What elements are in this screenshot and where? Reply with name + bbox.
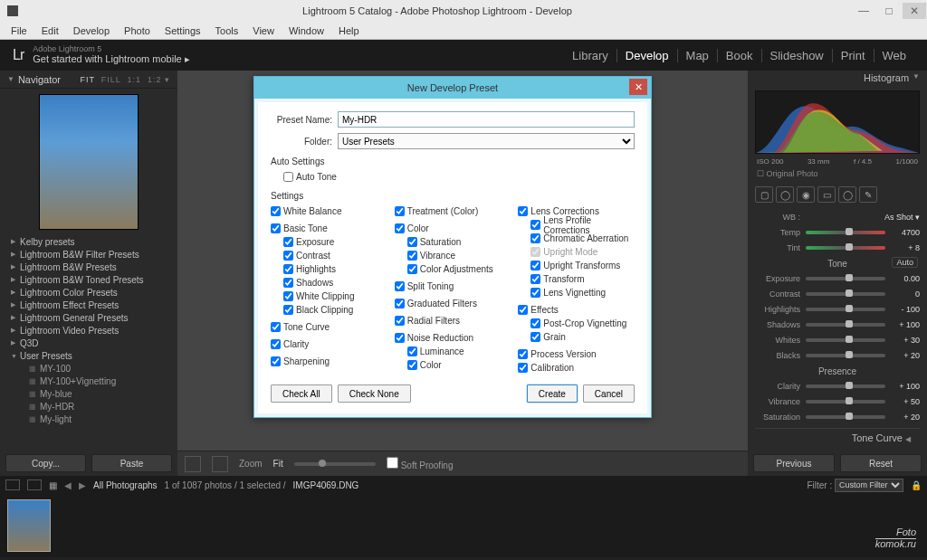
menu-file[interactable]: File bbox=[4, 25, 34, 36]
auto-tone-checkbox[interactable]: Auto Tone bbox=[271, 170, 635, 184]
setting-checkbox[interactable]: Lens Vignetting bbox=[518, 286, 635, 299]
setting-checkbox[interactable]: Process Version bbox=[518, 347, 635, 361]
menu-window[interactable]: Window bbox=[282, 25, 331, 36]
setting-checkbox[interactable]: Saturation bbox=[395, 235, 511, 249]
preset-folder[interactable]: Lightroom Video Presets bbox=[0, 324, 177, 337]
module-slideshow[interactable]: Slideshow bbox=[762, 49, 833, 62]
preset-folder[interactable]: Kelby presets bbox=[0, 235, 177, 248]
menu-photo[interactable]: Photo bbox=[117, 25, 158, 36]
radial-tool-icon[interactable]: ◯ bbox=[838, 186, 856, 203]
temp-slider[interactable] bbox=[806, 231, 885, 234]
setting-checkbox[interactable]: White Balance bbox=[271, 204, 387, 218]
copy-button[interactable]: Copy... bbox=[5, 454, 86, 472]
histogram-header[interactable]: Histogram ▼ bbox=[748, 71, 927, 89]
menu-view[interactable]: View bbox=[245, 25, 282, 36]
menu-tools[interactable]: Tools bbox=[208, 25, 246, 36]
source-label[interactable]: All Photographs bbox=[93, 480, 158, 490]
cancel-button[interactable]: Cancel bbox=[583, 384, 635, 403]
module-library[interactable]: Library bbox=[564, 49, 617, 62]
second-window-icon[interactable] bbox=[27, 479, 42, 490]
setting-checkbox[interactable]: Basic Tone bbox=[271, 222, 387, 235]
setting-checkbox[interactable]: Contrast bbox=[271, 249, 387, 262]
module-print[interactable]: Print bbox=[833, 49, 874, 62]
saturation-slider[interactable] bbox=[806, 415, 885, 419]
setting-checkbox[interactable]: Grain bbox=[518, 330, 635, 344]
filter-dropdown[interactable]: Custom Filter bbox=[835, 479, 903, 492]
spot-tool-icon[interactable]: ◯ bbox=[776, 186, 794, 203]
preset-item[interactable]: My-blue bbox=[0, 387, 177, 400]
setting-checkbox[interactable]: Exposure bbox=[271, 235, 387, 249]
zoom-slider[interactable] bbox=[294, 462, 376, 466]
navigator-header[interactable]: ▼ Navigator FIT FILL 1:1 1:2 ▾ bbox=[0, 71, 177, 89]
close-button[interactable]: ✕ bbox=[903, 3, 926, 19]
wb-dropdown[interactable]: As Shot ▾ bbox=[865, 213, 920, 222]
gradient-tool-icon[interactable]: ▭ bbox=[817, 186, 836, 203]
setting-checkbox[interactable]: Luminance bbox=[395, 345, 511, 358]
navigator-thumbnail[interactable] bbox=[39, 94, 139, 230]
preset-item[interactable]: My-HDR bbox=[0, 400, 177, 413]
fwd-arrow-icon[interactable]: ▶ bbox=[79, 480, 86, 490]
setting-checkbox[interactable]: Upright Transforms bbox=[518, 259, 635, 272]
tint-slider[interactable] bbox=[806, 246, 885, 250]
setting-checkbox[interactable]: Color bbox=[395, 358, 511, 372]
setting-checkbox[interactable]: Noise Reduction bbox=[395, 331, 511, 345]
folder-select[interactable]: User Presets bbox=[338, 133, 635, 149]
create-button[interactable]: Create bbox=[527, 384, 578, 403]
setting-checkbox[interactable]: Effects bbox=[518, 303, 635, 317]
setting-checkbox[interactable]: Sharpening bbox=[271, 355, 387, 368]
clarity-slider[interactable] bbox=[806, 384, 885, 388]
module-map[interactable]: Map bbox=[678, 49, 718, 62]
preset-item[interactable]: MY-100 bbox=[0, 362, 177, 375]
navigator-zoom-opts[interactable]: FIT FILL 1:1 1:2 ▾ bbox=[80, 75, 170, 84]
setting-checkbox[interactable]: Black Clipping bbox=[271, 303, 387, 317]
setting-checkbox[interactable]: Color Adjustments bbox=[395, 262, 511, 276]
preset-name-input[interactable] bbox=[338, 111, 635, 128]
blacks-slider[interactable] bbox=[806, 354, 885, 357]
setting-checkbox[interactable]: Graduated Filters bbox=[395, 297, 511, 310]
dialog-close-icon[interactable]: ✕ bbox=[629, 79, 647, 95]
preset-folder[interactable]: Lightroom General Presets bbox=[0, 311, 177, 324]
setting-checkbox[interactable]: Clarity bbox=[271, 337, 387, 351]
back-arrow-icon[interactable]: ◀ bbox=[64, 480, 72, 490]
maximize-button[interactable]: □ bbox=[877, 3, 901, 19]
highlights-slider[interactable] bbox=[806, 308, 885, 311]
exposure-slider[interactable] bbox=[806, 277, 885, 280]
setting-checkbox[interactable]: Lens Profile Corrections bbox=[518, 218, 635, 232]
previous-button[interactable]: Previous bbox=[753, 454, 835, 472]
menu-edit[interactable]: Edit bbox=[34, 25, 66, 36]
contrast-slider[interactable] bbox=[806, 292, 885, 296]
setting-checkbox[interactable]: Treatment (Color) bbox=[395, 204, 511, 218]
soft-proofing-checkbox[interactable]: Soft Proofing bbox=[387, 457, 454, 470]
preset-item[interactable]: MY-100+Vignetting bbox=[0, 375, 177, 387]
loupe-view-icon[interactable] bbox=[185, 456, 201, 472]
preset-folder[interactable]: Lightroom B&W Presets bbox=[0, 261, 177, 273]
setting-checkbox[interactable]: Highlights bbox=[271, 262, 387, 276]
setting-checkbox[interactable]: Calibration bbox=[518, 361, 635, 375]
preset-folder[interactable]: Lightroom B&W Filter Presets bbox=[0, 248, 177, 261]
module-web[interactable]: Web bbox=[874, 49, 915, 62]
setting-checkbox[interactable]: Shadows bbox=[271, 276, 387, 289]
filter-lock-icon[interactable]: 🔒 bbox=[911, 480, 922, 490]
setting-checkbox[interactable]: Vibrance bbox=[395, 249, 511, 262]
menu-develop[interactable]: Develop bbox=[66, 25, 117, 36]
preset-item[interactable]: My-light bbox=[0, 413, 177, 425]
original-photo-toggle[interactable]: Original Photo bbox=[748, 167, 927, 182]
paste-button[interactable]: Paste bbox=[91, 454, 172, 472]
preset-folder[interactable]: Lightroom B&W Toned Presets bbox=[0, 273, 177, 286]
brush-tool-icon[interactable]: ✎ bbox=[859, 186, 877, 203]
shadows-slider[interactable] bbox=[806, 323, 885, 327]
setting-checkbox[interactable]: Transform bbox=[518, 272, 635, 286]
preset-folder[interactable]: User Presets bbox=[0, 349, 177, 362]
setting-checkbox[interactable]: Radial Filters bbox=[395, 314, 511, 327]
module-develop[interactable]: Develop bbox=[617, 49, 678, 62]
vibrance-slider[interactable] bbox=[806, 400, 885, 403]
filmstrip-thumbnail[interactable] bbox=[7, 499, 51, 552]
setting-checkbox[interactable]: Split Toning bbox=[395, 280, 511, 293]
setting-checkbox[interactable]: Color bbox=[395, 222, 511, 235]
setting-checkbox[interactable]: Chromatic Aberration bbox=[518, 232, 635, 245]
tone-curve-header[interactable]: Tone Curve bbox=[852, 432, 903, 443]
setting-checkbox[interactable]: White Clipping bbox=[271, 289, 387, 303]
reset-button[interactable]: Reset bbox=[840, 454, 922, 472]
grid-icon[interactable]: ▦ bbox=[49, 480, 57, 490]
preset-folder[interactable]: Lightroom Color Presets bbox=[0, 286, 177, 299]
